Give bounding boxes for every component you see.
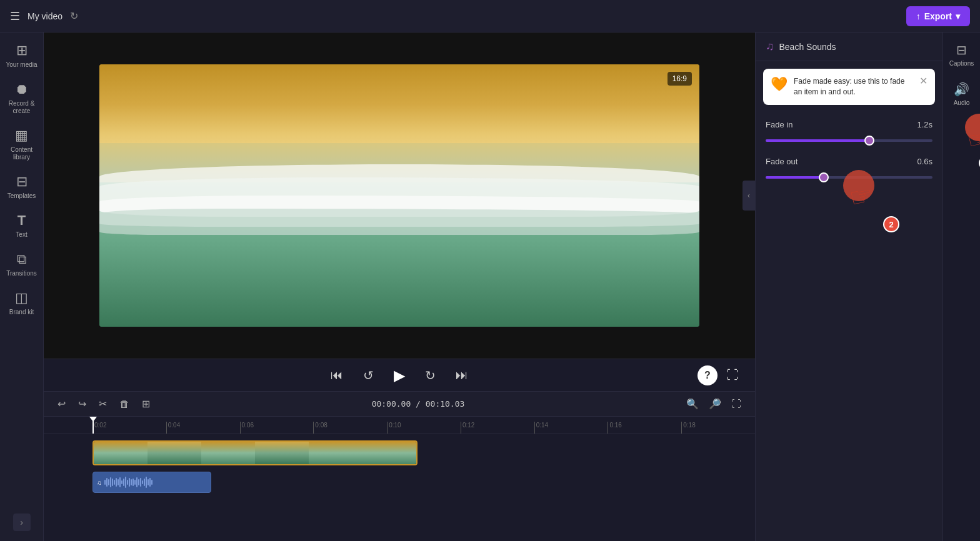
waveform-bar <box>134 480 136 485</box>
cursor-number-badge-2: 2 <box>883 216 899 232</box>
captions-button[interactable]: ⊟ Captions <box>945 37 979 72</box>
fade-out-value: 0.6s <box>917 157 932 166</box>
zoom-in-button[interactable]: 🔎 <box>705 395 725 412</box>
waveform-bar <box>106 478 108 487</box>
topbar-left: ☰ My video ↻ <box>10 9 906 23</box>
help-button[interactable]: ? <box>698 365 718 385</box>
sidebar-item-templates[interactable]: ⊟ Templates <box>2 169 41 205</box>
fade-in-slider[interactable] <box>766 134 932 147</box>
track-title: Beach Sounds <box>779 42 836 52</box>
fade-out-label: Fade out <box>766 157 798 166</box>
delete-button[interactable]: 🗑 <box>116 396 133 412</box>
waveform-bar <box>151 480 152 485</box>
timeline-time-display: 00:00.00 / 00:10.03 <box>159 399 678 409</box>
waveform-bar <box>116 478 117 487</box>
sidebar-item-record-create[interactable]: ⏺ Record &create <box>2 76 41 120</box>
export-icon: ↑ <box>916 11 921 21</box>
audio-waveform <box>104 477 208 488</box>
fade-out-slider[interactable] <box>766 171 932 184</box>
waveform-bar <box>144 479 145 486</box>
skip-to-start-button[interactable]: ⏮ <box>327 364 347 386</box>
canvas-area: 16:9 ‹ <box>44 32 755 359</box>
waveform-bar <box>119 477 121 487</box>
topbar: ☰ My video ↻ ↑ Export ▾ <box>0 0 980 32</box>
sidebar-item-your-media[interactable]: ⊞ Your media <box>2 37 41 74</box>
sidebar-item-label: Contentlibrary <box>11 146 32 161</box>
audio-button[interactable]: 🔊 Audio <box>945 77 979 111</box>
waveform-bar <box>112 479 113 486</box>
clip-thumbnail-5 <box>309 442 362 464</box>
cursor-number-2: 2 <box>889 220 893 229</box>
sidebar-collapse-button[interactable]: › <box>13 514 31 531</box>
topbar-right: ↑ Export ▾ <box>906 6 970 26</box>
waveform-bar <box>149 478 151 487</box>
center-area: 16:9 ‹ ⏮ ↺ ▶ ↻ ⏭ ? ⛶ ↩ ↪ ✂ <box>44 32 755 541</box>
expand-right-panel-button[interactable]: ‹ <box>742 181 755 211</box>
fade-in-slider-thumb[interactable] <box>864 136 874 146</box>
ruler-mark: 0:10 <box>387 422 461 434</box>
tooltip-emoji: 🧡 <box>771 76 788 92</box>
sidebar-item-brand-kit[interactable]: ◫ Brand kit <box>2 285 41 321</box>
brand-kit-icon: ◫ <box>15 290 28 306</box>
fade-out-slider-thumb[interactable] <box>819 172 829 182</box>
clip-thumbnail-1 <box>94 442 148 464</box>
project-name[interactable]: My video <box>28 11 62 21</box>
waveform-bar <box>121 480 122 484</box>
fade-in-label: Fade in <box>766 120 792 129</box>
audio-clip-icon: ♫ <box>97 479 102 486</box>
sidebar-item-label: Record &create <box>9 100 35 115</box>
content-library-icon: ▦ <box>15 127 28 144</box>
export-button[interactable]: ↑ Export ▾ <box>906 6 970 26</box>
waveform-bar <box>123 479 124 486</box>
cut-button[interactable]: ✂ <box>95 395 111 412</box>
video-background <box>99 64 699 327</box>
ruler-mark: 0:06 <box>240 422 314 434</box>
tooltip-bubble: 🧡 Fade made easy: use this to fade an it… <box>763 69 935 105</box>
player-controls: ⏮ ↺ ▶ ↻ ⏭ ? ⛶ <box>44 359 755 391</box>
tooltip-close-button[interactable]: ✕ <box>919 76 928 86</box>
waveform-bar <box>140 478 141 487</box>
fast-forward-button[interactable]: ↻ <box>421 364 439 387</box>
right-icon-bar: ⊟ Captions 🔊 Audio <box>942 32 980 541</box>
redo-button[interactable]: ↪ <box>74 395 90 412</box>
sidebar-item-transitions[interactable]: ⧉ Transitions <box>2 246 41 282</box>
menu-icon[interactable]: ☰ <box>10 9 20 23</box>
playhead[interactable] <box>92 417 94 434</box>
sidebar-item-label: Text <box>16 231 27 239</box>
right-panel: ♫ Beach Sounds 🧡 Fade made easy: use thi… <box>755 32 942 541</box>
sidebar-item-text[interactable]: T Text <box>2 207 41 244</box>
ruler-marks: 0:02 0:04 0:06 0:08 0:10 0:12 0:14 0:16 … <box>92 417 755 434</box>
sidebar-item-content-library[interactable]: ▦ Contentlibrary <box>2 122 41 166</box>
expand-timeline-button[interactable]: ⛶ <box>728 395 745 412</box>
captions-icon: ⊟ <box>956 42 967 57</box>
aspect-ratio-badge: 16:9 <box>668 72 692 86</box>
fade-in-value: 1.2s <box>917 120 932 129</box>
waveform-bar <box>127 480 128 485</box>
timeline-tracks: ♫ <box>44 434 755 541</box>
clip-thumbnail-6 <box>362 442 416 464</box>
undo-button[interactable]: ↩ <box>54 395 69 412</box>
export-chevron-icon: ▾ <box>956 11 960 21</box>
audio-clip[interactable]: ♫ <box>92 472 211 493</box>
fade-in-slider-fill <box>766 139 869 142</box>
main-layout: ⊞ Your media ⏺ Record &create ▦ Contentl… <box>0 32 980 541</box>
video-clip[interactable] <box>92 440 418 465</box>
duplicate-button[interactable]: ⊞ <box>138 395 154 412</box>
rewind-button[interactable]: ↺ <box>359 364 378 387</box>
waveform-bar <box>108 479 109 485</box>
skip-to-end-button[interactable]: ⏭ <box>452 364 472 386</box>
timeline-toolbar: ↩ ↪ ✂ 🗑 ⊞ 00:00.00 / 00:10.03 🔍 🔎 ⛶ <box>44 392 755 417</box>
play-button[interactable]: ▶ <box>390 363 409 388</box>
waveform-bar <box>148 479 149 485</box>
waveform-bar <box>118 479 119 485</box>
captions-label: Captions <box>949 60 974 67</box>
ruler-mark: 0:18 <box>681 422 755 434</box>
video-track-row <box>44 439 755 467</box>
sidebar-item-label: Templates <box>8 192 36 200</box>
audio-track-content: ♫ <box>92 469 755 497</box>
zoom-out-button[interactable]: 🔍 <box>682 395 702 412</box>
timeline-area: ↩ ↪ ✂ 🗑 ⊞ 00:00.00 / 00:10.03 🔍 🔎 ⛶ 0:0 <box>44 391 755 541</box>
waveform-bar <box>114 480 115 485</box>
fullscreen-button[interactable]: ⛶ <box>722 364 742 386</box>
fade-out-row: Fade out 0.6s <box>766 157 932 166</box>
